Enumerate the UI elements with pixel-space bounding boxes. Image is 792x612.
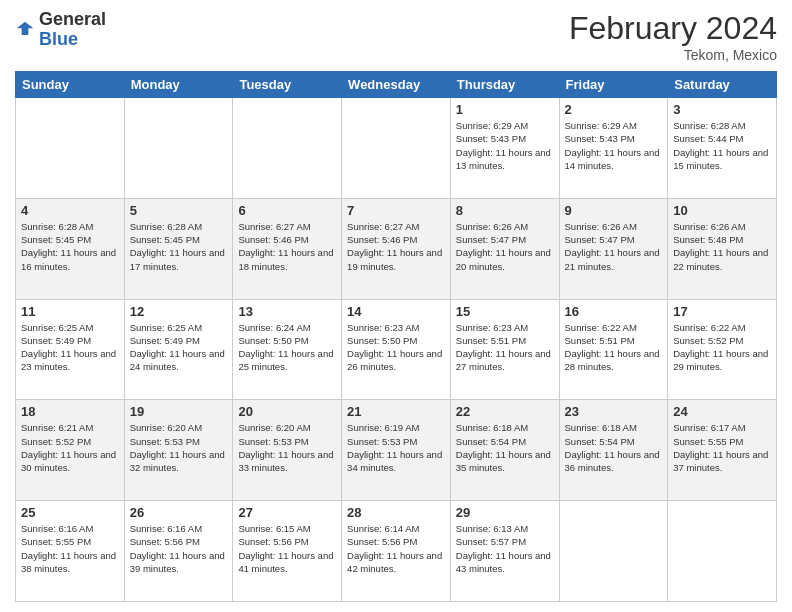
day-info: Sunrise: 6:13 AMSunset: 5:57 PMDaylight:… — [456, 522, 554, 575]
table-cell: 27Sunrise: 6:15 AMSunset: 5:56 PMDayligh… — [233, 501, 342, 602]
day-info: Sunrise: 6:20 AMSunset: 5:53 PMDaylight:… — [130, 421, 228, 474]
calendar-week-5: 25Sunrise: 6:16 AMSunset: 5:55 PMDayligh… — [16, 501, 777, 602]
table-cell: 8Sunrise: 6:26 AMSunset: 5:47 PMDaylight… — [450, 198, 559, 299]
table-cell: 24Sunrise: 6:17 AMSunset: 5:55 PMDayligh… — [668, 400, 777, 501]
calendar-week-3: 11Sunrise: 6:25 AMSunset: 5:49 PMDayligh… — [16, 299, 777, 400]
day-number: 9 — [565, 203, 663, 218]
day-info: Sunrise: 6:25 AMSunset: 5:49 PMDaylight:… — [130, 321, 228, 374]
calendar-table: Sunday Monday Tuesday Wednesday Thursday… — [15, 71, 777, 602]
day-number: 5 — [130, 203, 228, 218]
day-info: Sunrise: 6:16 AMSunset: 5:56 PMDaylight:… — [130, 522, 228, 575]
day-number: 18 — [21, 404, 119, 419]
table-cell: 13Sunrise: 6:24 AMSunset: 5:50 PMDayligh… — [233, 299, 342, 400]
col-saturday: Saturday — [668, 72, 777, 98]
day-number: 23 — [565, 404, 663, 419]
table-cell: 2Sunrise: 6:29 AMSunset: 5:43 PMDaylight… — [559, 98, 668, 199]
day-number: 24 — [673, 404, 771, 419]
table-cell: 9Sunrise: 6:26 AMSunset: 5:47 PMDaylight… — [559, 198, 668, 299]
table-cell: 11Sunrise: 6:25 AMSunset: 5:49 PMDayligh… — [16, 299, 125, 400]
col-monday: Monday — [124, 72, 233, 98]
table-cell — [559, 501, 668, 602]
calendar-week-1: 1Sunrise: 6:29 AMSunset: 5:43 PMDaylight… — [16, 98, 777, 199]
day-info: Sunrise: 6:29 AMSunset: 5:43 PMDaylight:… — [565, 119, 663, 172]
day-info: Sunrise: 6:26 AMSunset: 5:48 PMDaylight:… — [673, 220, 771, 273]
day-number: 21 — [347, 404, 445, 419]
logo-general-text: General — [39, 10, 106, 30]
calendar-week-4: 18Sunrise: 6:21 AMSunset: 5:52 PMDayligh… — [16, 400, 777, 501]
day-number: 2 — [565, 102, 663, 117]
day-info: Sunrise: 6:26 AMSunset: 5:47 PMDaylight:… — [565, 220, 663, 273]
day-number: 15 — [456, 304, 554, 319]
table-cell — [668, 501, 777, 602]
day-info: Sunrise: 6:25 AMSunset: 5:49 PMDaylight:… — [21, 321, 119, 374]
page: General Blue February 2024 Tekom, Mexico… — [0, 0, 792, 612]
table-cell: 18Sunrise: 6:21 AMSunset: 5:52 PMDayligh… — [16, 400, 125, 501]
day-info: Sunrise: 6:18 AMSunset: 5:54 PMDaylight:… — [456, 421, 554, 474]
day-info: Sunrise: 6:18 AMSunset: 5:54 PMDaylight:… — [565, 421, 663, 474]
col-friday: Friday — [559, 72, 668, 98]
day-number: 7 — [347, 203, 445, 218]
day-info: Sunrise: 6:23 AMSunset: 5:50 PMDaylight:… — [347, 321, 445, 374]
table-cell: 7Sunrise: 6:27 AMSunset: 5:46 PMDaylight… — [342, 198, 451, 299]
month-year-title: February 2024 — [569, 10, 777, 47]
table-cell: 6Sunrise: 6:27 AMSunset: 5:46 PMDaylight… — [233, 198, 342, 299]
day-number: 6 — [238, 203, 336, 218]
day-number: 11 — [21, 304, 119, 319]
day-info: Sunrise: 6:16 AMSunset: 5:55 PMDaylight:… — [21, 522, 119, 575]
calendar-week-2: 4Sunrise: 6:28 AMSunset: 5:45 PMDaylight… — [16, 198, 777, 299]
table-cell — [16, 98, 125, 199]
day-info: Sunrise: 6:28 AMSunset: 5:45 PMDaylight:… — [130, 220, 228, 273]
day-number: 17 — [673, 304, 771, 319]
day-number: 8 — [456, 203, 554, 218]
day-number: 19 — [130, 404, 228, 419]
col-tuesday: Tuesday — [233, 72, 342, 98]
title-block: February 2024 Tekom, Mexico — [569, 10, 777, 63]
day-info: Sunrise: 6:29 AMSunset: 5:43 PMDaylight:… — [456, 119, 554, 172]
table-cell: 10Sunrise: 6:26 AMSunset: 5:48 PMDayligh… — [668, 198, 777, 299]
day-number: 10 — [673, 203, 771, 218]
day-info: Sunrise: 6:28 AMSunset: 5:44 PMDaylight:… — [673, 119, 771, 172]
table-cell: 20Sunrise: 6:20 AMSunset: 5:53 PMDayligh… — [233, 400, 342, 501]
table-cell: 26Sunrise: 6:16 AMSunset: 5:56 PMDayligh… — [124, 501, 233, 602]
day-number: 28 — [347, 505, 445, 520]
day-info: Sunrise: 6:23 AMSunset: 5:51 PMDaylight:… — [456, 321, 554, 374]
table-cell: 15Sunrise: 6:23 AMSunset: 5:51 PMDayligh… — [450, 299, 559, 400]
day-number: 20 — [238, 404, 336, 419]
table-cell — [124, 98, 233, 199]
day-number: 16 — [565, 304, 663, 319]
table-cell: 28Sunrise: 6:14 AMSunset: 5:56 PMDayligh… — [342, 501, 451, 602]
table-cell: 1Sunrise: 6:29 AMSunset: 5:43 PMDaylight… — [450, 98, 559, 199]
day-number: 3 — [673, 102, 771, 117]
day-info: Sunrise: 6:20 AMSunset: 5:53 PMDaylight:… — [238, 421, 336, 474]
table-cell: 12Sunrise: 6:25 AMSunset: 5:49 PMDayligh… — [124, 299, 233, 400]
day-number: 12 — [130, 304, 228, 319]
day-info: Sunrise: 6:14 AMSunset: 5:56 PMDaylight:… — [347, 522, 445, 575]
logo: General Blue — [15, 10, 106, 50]
table-cell: 29Sunrise: 6:13 AMSunset: 5:57 PMDayligh… — [450, 501, 559, 602]
day-info: Sunrise: 6:19 AMSunset: 5:53 PMDaylight:… — [347, 421, 445, 474]
day-info: Sunrise: 6:26 AMSunset: 5:47 PMDaylight:… — [456, 220, 554, 273]
day-info: Sunrise: 6:17 AMSunset: 5:55 PMDaylight:… — [673, 421, 771, 474]
table-cell: 14Sunrise: 6:23 AMSunset: 5:50 PMDayligh… — [342, 299, 451, 400]
table-cell: 4Sunrise: 6:28 AMSunset: 5:45 PMDaylight… — [16, 198, 125, 299]
col-wednesday: Wednesday — [342, 72, 451, 98]
day-number: 13 — [238, 304, 336, 319]
table-cell — [233, 98, 342, 199]
day-info: Sunrise: 6:22 AMSunset: 5:52 PMDaylight:… — [673, 321, 771, 374]
day-number: 26 — [130, 505, 228, 520]
table-cell: 25Sunrise: 6:16 AMSunset: 5:55 PMDayligh… — [16, 501, 125, 602]
day-number: 25 — [21, 505, 119, 520]
table-cell: 23Sunrise: 6:18 AMSunset: 5:54 PMDayligh… — [559, 400, 668, 501]
col-sunday: Sunday — [16, 72, 125, 98]
day-number: 14 — [347, 304, 445, 319]
location-subtitle: Tekom, Mexico — [569, 47, 777, 63]
day-info: Sunrise: 6:15 AMSunset: 5:56 PMDaylight:… — [238, 522, 336, 575]
day-info: Sunrise: 6:21 AMSunset: 5:52 PMDaylight:… — [21, 421, 119, 474]
calendar-header-row: Sunday Monday Tuesday Wednesday Thursday… — [16, 72, 777, 98]
day-info: Sunrise: 6:27 AMSunset: 5:46 PMDaylight:… — [238, 220, 336, 273]
table-cell: 19Sunrise: 6:20 AMSunset: 5:53 PMDayligh… — [124, 400, 233, 501]
header: General Blue February 2024 Tekom, Mexico — [15, 10, 777, 63]
table-cell: 17Sunrise: 6:22 AMSunset: 5:52 PMDayligh… — [668, 299, 777, 400]
svg-marker-0 — [17, 21, 34, 34]
day-number: 27 — [238, 505, 336, 520]
